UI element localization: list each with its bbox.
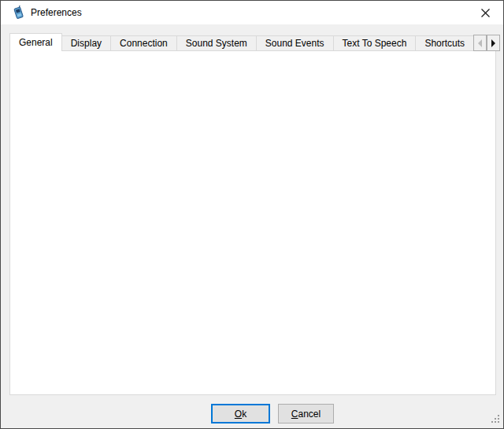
teamtalk-app-icon[interactable] bbox=[11, 6, 25, 20]
resize-grip[interactable] bbox=[491, 415, 500, 426]
preferences-dialog: Preferences General Display Connection S… bbox=[0, 0, 504, 429]
tab-text-to-speech[interactable]: Text To Speech bbox=[333, 35, 417, 51]
tab-sound-events[interactable]: Sound Events bbox=[256, 35, 334, 51]
tab-general[interactable]: General bbox=[9, 33, 62, 51]
close-icon bbox=[481, 9, 490, 17]
resize-grip-icon bbox=[491, 415, 500, 423]
tab-bar: General Display Connection Sound System … bbox=[9, 33, 499, 51]
ok-button-mnemonic: O bbox=[235, 409, 242, 420]
tab-connection[interactable]: Connection bbox=[110, 35, 177, 51]
general-tab-pane bbox=[9, 50, 496, 395]
tab-scroll-left-button[interactable] bbox=[473, 35, 487, 51]
ok-button[interactable]: Ok bbox=[211, 404, 270, 423]
ok-button-label: k bbox=[242, 409, 246, 420]
tab-scroll-right-button[interactable] bbox=[487, 35, 500, 51]
scroll-left-icon bbox=[478, 39, 482, 47]
title-bar: Preferences bbox=[1, 1, 503, 24]
scroll-right-icon bbox=[491, 39, 495, 47]
tab-shortcuts[interactable]: Shortcuts bbox=[415, 35, 474, 51]
tab-display[interactable]: Display bbox=[61, 35, 111, 51]
window-title: Preferences bbox=[31, 1, 82, 24]
cancel-button-label: ancel bbox=[298, 409, 321, 420]
tab-sound-system[interactable]: Sound System bbox=[176, 35, 257, 51]
close-button[interactable] bbox=[468, 1, 503, 24]
cancel-button[interactable]: Cancel bbox=[278, 404, 334, 423]
